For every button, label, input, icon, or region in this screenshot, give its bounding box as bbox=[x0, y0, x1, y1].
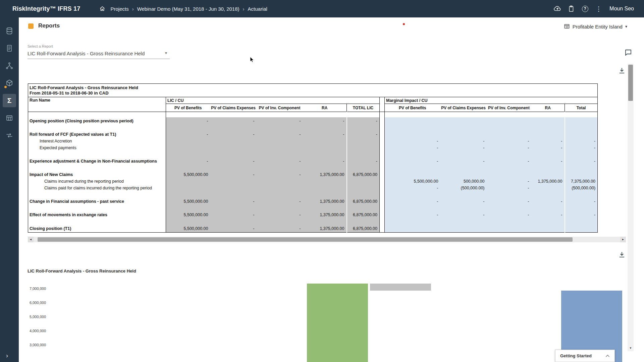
scroll-left-arrow-icon[interactable]: ◄ bbox=[28, 237, 34, 242]
report-select-value: LIC Roll-Forward Analysis - Gross Reinsu… bbox=[28, 51, 145, 56]
clipboard-icon[interactable] bbox=[567, 4, 576, 13]
report-select[interactable]: Select a Report LIC Roll-Forward Analysi… bbox=[28, 44, 170, 59]
marginal-value-cell bbox=[440, 165, 487, 171]
sigma-icon[interactable]: Σ bbox=[0, 92, 19, 109]
table-spacer-row bbox=[28, 128, 598, 131]
marginal-value-cell: - bbox=[565, 198, 598, 205]
lic-value-cell bbox=[210, 151, 257, 158]
mouse-cursor bbox=[249, 56, 255, 63]
reports-module-icon bbox=[28, 23, 34, 29]
row-label bbox=[28, 112, 166, 117]
gap-cell bbox=[380, 158, 385, 165]
sigma-glyph: Σ bbox=[7, 97, 12, 105]
marginal-value-cell bbox=[440, 225, 487, 233]
entity-grid-icon bbox=[564, 23, 570, 29]
breadcrumb-item[interactable]: Webinar Demo (May 31, 2018 - Jun 30, 201… bbox=[137, 6, 239, 12]
marginal-value-cell bbox=[385, 225, 440, 233]
user-menu[interactable]: Moun Seo bbox=[609, 6, 634, 12]
lic-value-cell: 1,375,000.00 bbox=[303, 198, 347, 205]
row-label: Experience adjustment & Change in Non-Fi… bbox=[28, 158, 166, 165]
gap-cell bbox=[380, 198, 385, 205]
table-blank-row bbox=[28, 112, 598, 117]
horizontal-scroll-track[interactable] bbox=[34, 237, 620, 242]
marginal-value-cell bbox=[531, 185, 565, 191]
marginal-value-cell bbox=[487, 128, 531, 131]
breadcrumb-item[interactable]: Actuarial bbox=[248, 6, 267, 12]
gap-cell bbox=[380, 205, 385, 212]
marginal-value-cell: 1,375,000.00 bbox=[531, 178, 565, 185]
marginal-value-cell bbox=[565, 117, 598, 128]
marginal-value-cell: (500,000.00) bbox=[565, 185, 598, 191]
breadcrumb-separator-icon: › bbox=[132, 6, 134, 12]
marginal-value-cell bbox=[440, 151, 487, 158]
lic-value-cell bbox=[257, 185, 303, 191]
lic-value-cell bbox=[303, 185, 347, 191]
row-label bbox=[28, 218, 166, 225]
scroll-down-arrow-icon[interactable]: ▼ bbox=[628, 345, 634, 351]
lic-value-cell: - bbox=[210, 117, 257, 128]
marginal-value-cell bbox=[487, 191, 531, 198]
row-label: Opening position (Closing position previ… bbox=[28, 117, 166, 128]
marginal-value-cell bbox=[487, 171, 531, 178]
database-icon[interactable] bbox=[0, 22, 19, 40]
vertical-scrollbar[interactable]: ▼ bbox=[628, 64, 634, 351]
cube-icon[interactable] bbox=[0, 74, 19, 92]
lic-value-cell: 1,375,000.00 bbox=[303, 212, 347, 218]
marginal-value-cell bbox=[385, 165, 440, 171]
breadcrumb-item[interactable]: Projects bbox=[110, 6, 128, 12]
entity-selector[interactable]: Profitable Entity Island ▾ bbox=[564, 23, 627, 29]
lic-value-cell bbox=[210, 178, 257, 185]
lic-value-cell: - bbox=[166, 158, 210, 165]
help-icon[interactable]: ? bbox=[581, 4, 589, 13]
marginal-value-cell: - bbox=[487, 198, 531, 205]
row-label: Claims paid for claims incurred during t… bbox=[28, 185, 166, 191]
cloud-upload-icon[interactable] bbox=[553, 4, 562, 13]
marginal-value-cell: - bbox=[531, 144, 565, 151]
table-spacer-row bbox=[28, 165, 598, 171]
lic-value-cell: 6,875,000.00 bbox=[347, 198, 380, 205]
download-table-icon[interactable] bbox=[618, 67, 626, 75]
row-label bbox=[28, 128, 166, 131]
lic-value-cell bbox=[166, 218, 210, 225]
lic-value-cell bbox=[257, 205, 303, 212]
breadcrumb-items: Projects›Webinar Demo (May 31, 2018 - Ju… bbox=[107, 6, 270, 12]
document-icon[interactable] bbox=[0, 40, 19, 57]
marginal-value-cell bbox=[385, 151, 440, 158]
row-label: Effect of movements in exchange rates bbox=[28, 212, 166, 218]
marginal-value-cell: - bbox=[531, 198, 565, 205]
gap-cell bbox=[380, 225, 385, 233]
lic-value-cell: 5,500,000.00 bbox=[166, 198, 210, 205]
lic-value-cell: - bbox=[257, 171, 303, 178]
lic-value-cell: 5,500,000.00 bbox=[166, 212, 210, 218]
grid-icon[interactable] bbox=[0, 109, 19, 127]
more-vertical-icon[interactable]: ⋮ bbox=[594, 4, 603, 13]
lic-value-cell bbox=[166, 151, 210, 158]
getting-started-panel[interactable]: Getting Started bbox=[555, 350, 615, 362]
group-header-marginal: Marginal Impact / CU bbox=[385, 97, 598, 104]
marginal-value-cell: 7,375,000.00 bbox=[565, 178, 598, 185]
lic-value-cell bbox=[210, 138, 257, 144]
marginal-value-cell bbox=[385, 191, 440, 198]
swap-icon[interactable] bbox=[0, 127, 19, 144]
lic-value-cell: - bbox=[303, 131, 347, 138]
marginal-value-cell bbox=[487, 131, 531, 138]
vertical-scroll-thumb[interactable] bbox=[628, 65, 633, 101]
lic-value-cell bbox=[257, 165, 303, 171]
chart-title: LIC Roll-Forward Analysis - Gross Reinsu… bbox=[28, 268, 136, 274]
marginal-value-cell bbox=[565, 218, 598, 225]
hierarchy-icon[interactable] bbox=[0, 57, 19, 74]
marginal-value-cell bbox=[487, 117, 531, 128]
gap-cell bbox=[380, 191, 385, 198]
expand-chevron-icon[interactable]: › bbox=[6, 352, 8, 359]
marginal-value-cell bbox=[487, 165, 531, 171]
lic-value-cell: - bbox=[210, 198, 257, 205]
horizontal-scroll-thumb[interactable] bbox=[38, 237, 573, 242]
sidebar: Σ › bbox=[0, 17, 19, 362]
home-icon[interactable] bbox=[99, 5, 106, 12]
row-label bbox=[28, 165, 166, 171]
download-chart-icon[interactable] bbox=[618, 251, 626, 259]
scroll-right-arrow-icon[interactable]: ► bbox=[620, 237, 626, 242]
comment-icon[interactable] bbox=[624, 48, 633, 57]
gap-cell bbox=[380, 131, 385, 138]
chevron-up-icon bbox=[605, 355, 610, 357]
